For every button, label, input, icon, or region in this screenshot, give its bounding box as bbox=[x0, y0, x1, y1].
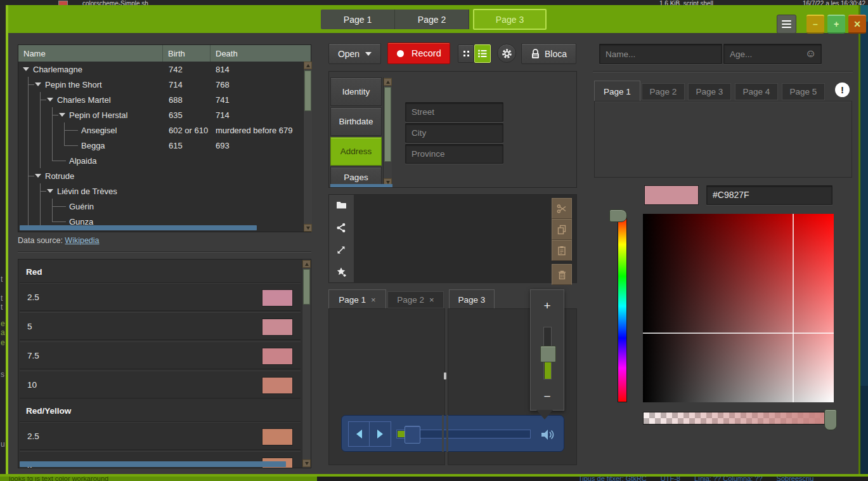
tree-row[interactable]: Guérin bbox=[18, 199, 302, 214]
alpha-slider-handle[interactable] bbox=[824, 409, 837, 430]
scale-row[interactable]: 2.5 bbox=[20, 422, 301, 450]
titlebar-tab-page-2[interactable]: Page 2 bbox=[395, 10, 469, 29]
scale-listbox[interactable]: Red2.557.510Red/Yellow2.55 bbox=[18, 259, 311, 468]
city-field[interactable] bbox=[405, 123, 503, 143]
hex-color-input[interactable]: #C9827F bbox=[706, 185, 832, 205]
scrollbar-thumb[interactable] bbox=[304, 70, 311, 111]
titlebar-tab-page-1[interactable]: Page 1 bbox=[321, 10, 395, 29]
list-hscrollbar[interactable] bbox=[20, 461, 286, 467]
folder-icon[interactable] bbox=[336, 201, 347, 209]
tree-row[interactable]: Rotrude bbox=[18, 168, 302, 183]
form-frame: IdentityBirthdateAddressPages bbox=[328, 71, 577, 188]
saturation-value-area[interactable] bbox=[643, 214, 834, 402]
form-vscrollbar[interactable] bbox=[383, 77, 392, 187]
seek-slider-handle[interactable] bbox=[405, 426, 420, 444]
inspector-tab-page-2[interactable]: Page 2 bbox=[642, 83, 685, 100]
column-birth[interactable]: Birth bbox=[163, 45, 211, 62]
maximize-button[interactable]: + bbox=[827, 15, 845, 34]
wikipedia-link[interactable]: Wikipedia bbox=[65, 236, 99, 245]
copy-button[interactable] bbox=[552, 219, 572, 240]
scroll-down-icon[interactable] bbox=[304, 224, 312, 232]
share-icon[interactable] bbox=[336, 223, 346, 233]
tree-row[interactable]: Ansegisel602 or 610murdered before 679 bbox=[18, 122, 302, 138]
sidebar-item-identity[interactable]: Identity bbox=[330, 77, 382, 106]
tree-row[interactable]: Charles Martel688741 bbox=[18, 92, 302, 107]
tree-guide bbox=[34, 199, 46, 214]
sidebar-item-birthdate[interactable]: Birthdate bbox=[330, 107, 382, 136]
scrollbar-thumb[interactable] bbox=[384, 87, 391, 162]
minimize-button[interactable]: – bbox=[806, 15, 824, 34]
delete-button[interactable] bbox=[552, 264, 572, 285]
expander-icon[interactable] bbox=[35, 174, 41, 178]
province-field[interactable] bbox=[405, 144, 503, 164]
volume-up-button[interactable]: + bbox=[531, 299, 564, 313]
column-death[interactable]: Death bbox=[211, 45, 302, 62]
inspector-tab-page-4[interactable]: Page 4 bbox=[735, 83, 778, 100]
tree-row[interactable]: Pepin of Herstal635714 bbox=[18, 107, 302, 122]
menu-button[interactable] bbox=[777, 15, 796, 34]
street-field[interactable] bbox=[405, 102, 503, 122]
sidebar-item-pages[interactable]: Pages bbox=[330, 167, 382, 186]
star-plus-icon[interactable] bbox=[336, 267, 347, 278]
settings-button[interactable] bbox=[497, 44, 516, 63]
inspector-tab-page-3[interactable]: Page 3 bbox=[688, 83, 731, 100]
record-button[interactable]: Record bbox=[387, 43, 450, 64]
scroll-down-icon[interactable] bbox=[302, 459, 311, 467]
paste-button[interactable] bbox=[552, 240, 572, 261]
expander-icon[interactable] bbox=[59, 113, 65, 117]
tree-vscrollbar[interactable] bbox=[303, 62, 312, 232]
tab-page-3[interactable]: Page 3 bbox=[449, 289, 495, 309]
scroll-up-icon[interactable] bbox=[302, 260, 311, 268]
open-button[interactable]: Open bbox=[328, 43, 381, 64]
column-name[interactable]: Name bbox=[18, 45, 163, 62]
titlebar-tab-page-3[interactable]: Page 3 bbox=[473, 9, 547, 30]
expand-icon[interactable] bbox=[336, 245, 346, 255]
cut-button[interactable] bbox=[552, 198, 572, 219]
tree-row[interactable]: Pepin the Short714768 bbox=[18, 77, 302, 92]
tree-row[interactable]: Begga615693 bbox=[18, 138, 302, 153]
warning-icon[interactable]: ! bbox=[835, 82, 850, 97]
next-button[interactable] bbox=[369, 421, 391, 447]
alpha-slider[interactable] bbox=[643, 412, 832, 425]
tree-row[interactable]: Charlemagne742814 bbox=[18, 62, 302, 77]
close-button[interactable]: ✕ bbox=[848, 15, 866, 34]
volume-slider-handle[interactable] bbox=[540, 346, 556, 362]
close-icon[interactable]: × bbox=[429, 295, 434, 305]
scale-row[interactable]: 2.5 bbox=[20, 283, 301, 311]
expander-icon[interactable] bbox=[35, 82, 41, 86]
grid-view-toggle[interactable] bbox=[458, 44, 474, 63]
list-vscrollbar[interactable] bbox=[302, 260, 311, 468]
expander-icon[interactable] bbox=[23, 67, 29, 71]
expander-icon[interactable] bbox=[47, 98, 53, 102]
tree-row[interactable]: Liévin de Trèves bbox=[18, 183, 302, 199]
previous-button[interactable] bbox=[348, 421, 370, 447]
hue-slider[interactable] bbox=[618, 214, 627, 402]
tree-hscrollbar[interactable] bbox=[20, 225, 257, 230]
volume-icon[interactable] bbox=[540, 427, 556, 442]
family-treeview[interactable]: Name Birth Death Charlemagne742814Pepin … bbox=[18, 44, 311, 232]
tree-header[interactable]: Name Birth Death bbox=[18, 45, 311, 62]
smiley-icon[interactable]: ☺ bbox=[805, 48, 816, 60]
sidebar-item-address[interactable]: Address bbox=[330, 137, 382, 166]
scale-row[interactable]: 7.5 bbox=[20, 341, 301, 369]
titlebar[interactable]: Page 1Page 2Page 3 – + ✕ bbox=[8, 5, 858, 33]
close-icon[interactable]: × bbox=[371, 295, 376, 305]
scroll-up-icon[interactable] bbox=[384, 78, 392, 86]
expander-icon[interactable] bbox=[47, 189, 53, 193]
lock-button[interactable]: Bloca bbox=[521, 43, 576, 64]
volume-down-button[interactable]: − bbox=[531, 390, 564, 404]
scale-row[interactable]: 10 bbox=[20, 371, 301, 399]
current-color-swatch[interactable] bbox=[644, 185, 699, 205]
hue-slider-handle[interactable] bbox=[609, 209, 627, 222]
pane-resize-handle[interactable] bbox=[444, 372, 446, 379]
inspector-tab-page-5[interactable]: Page 5 bbox=[782, 83, 825, 100]
tab-page-2[interactable]: Page 2× bbox=[387, 291, 444, 308]
scroll-up-icon[interactable] bbox=[304, 62, 312, 69]
scrollbar-thumb[interactable] bbox=[303, 269, 310, 305]
tree-row[interactable]: Alpaida bbox=[18, 153, 302, 168]
list-view-toggle[interactable] bbox=[474, 44, 491, 63]
tab-page-1[interactable]: Page 1× bbox=[328, 289, 386, 309]
scale-row[interactable]: 5 bbox=[20, 312, 301, 340]
inspector-tab-page-1[interactable]: Page 1 bbox=[594, 81, 640, 102]
name-input[interactable] bbox=[599, 44, 722, 64]
